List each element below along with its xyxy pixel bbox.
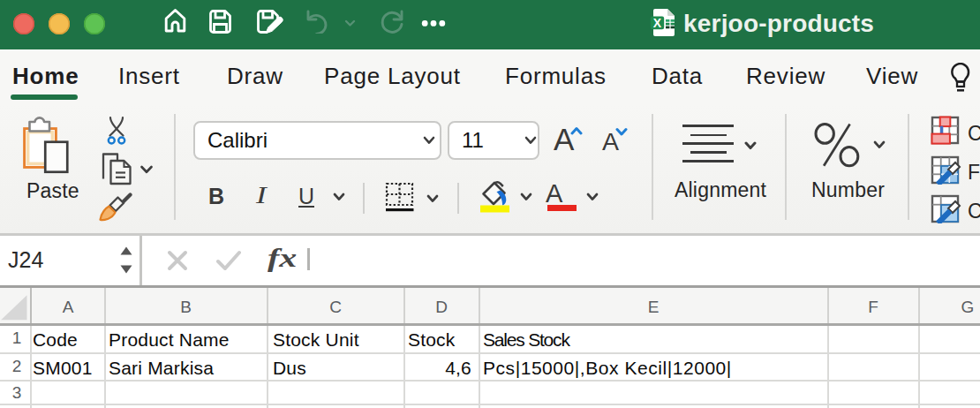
svg-text:X: X	[653, 16, 662, 30]
